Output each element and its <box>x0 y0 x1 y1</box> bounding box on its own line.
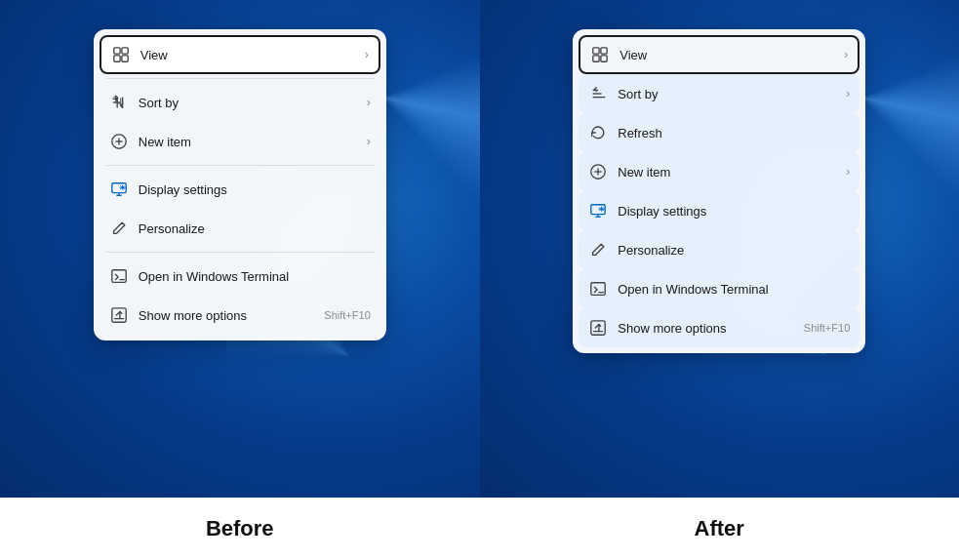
after-label: After <box>480 498 960 560</box>
panels-container: View › Sort by <box>0 0 959 498</box>
before-view-arrow: › <box>365 48 369 61</box>
before-menu-item-sortby[interactable]: Sort by › <box>100 83 380 122</box>
after-refresh-icon <box>588 123 608 142</box>
before-divider-2 <box>105 165 375 166</box>
plus-circle-icon <box>109 132 129 151</box>
after-showmore-label: Show more options <box>618 321 794 336</box>
svg-rect-15 <box>112 270 126 283</box>
after-view-arrow: › <box>844 48 848 61</box>
svg-rect-3 <box>122 56 128 61</box>
svg-rect-29 <box>591 205 605 215</box>
before-divider-1 <box>105 78 375 79</box>
after-view-label: View <box>619 48 834 62</box>
before-sortby-arrow: › <box>367 96 371 109</box>
before-showmore-shortcut: Shift+F10 <box>324 309 370 321</box>
svg-rect-11 <box>112 183 126 193</box>
svg-rect-33 <box>591 283 605 296</box>
after-menu-item-refresh[interactable]: Refresh <box>579 113 859 152</box>
after-sortby-label: Sort by <box>618 87 836 101</box>
after-menu-item-personalize[interactable]: Personalize <box>579 230 859 269</box>
before-menu-item-display[interactable]: Display settings <box>100 170 380 209</box>
before-menu-item-personalize[interactable]: Personalize <box>100 209 380 248</box>
after-newitem-arrow: › <box>846 165 850 179</box>
before-panel: View › Sort by <box>0 0 480 498</box>
share-icon <box>109 305 129 325</box>
after-sort-icon <box>588 84 608 103</box>
after-context-menu: View › Sort by › <box>573 29 865 353</box>
before-display-label: Display settings <box>139 182 371 197</box>
after-menu-item-newitem[interactable]: New item › <box>579 152 859 191</box>
svg-rect-17 <box>112 308 126 322</box>
after-menu-item-terminal[interactable]: Open in Windows Terminal <box>579 269 859 308</box>
before-showmore-label: Show more options <box>139 308 315 323</box>
after-personalize-label: Personalize <box>618 243 850 258</box>
before-view-label: View <box>140 48 355 62</box>
grid-icon <box>111 45 131 64</box>
after-menu-item-showmore[interactable]: Show more options Shift+F10 <box>579 308 859 347</box>
before-personalize-label: Personalize <box>139 221 371 236</box>
before-sortby-label: Sort by <box>139 96 357 110</box>
before-menu-item-newitem[interactable]: New item › <box>100 122 380 161</box>
before-label: Before <box>0 498 480 560</box>
before-newitem-label: New item <box>139 135 357 149</box>
before-menu-item-view[interactable]: View › <box>100 35 380 74</box>
before-menu-item-showmore[interactable]: Show more options Shift+F10 <box>100 296 380 335</box>
monitor-gear-icon <box>109 180 129 199</box>
svg-rect-19 <box>593 48 599 54</box>
before-context-menu: View › Sort by <box>94 29 386 340</box>
after-menu-item-sortby[interactable]: Sort by › <box>579 74 859 113</box>
after-showmore-shortcut: Shift+F10 <box>804 322 850 334</box>
svg-rect-21 <box>593 56 599 61</box>
svg-rect-35 <box>591 321 605 335</box>
after-sortby-arrow: › <box>846 87 850 100</box>
after-grid-icon <box>590 45 610 64</box>
after-menu-item-display[interactable]: Display settings <box>579 191 859 230</box>
after-terminal-label: Open in Windows Terminal <box>618 282 850 297</box>
before-menu-item-terminal[interactable]: Open in Windows Terminal <box>100 257 380 296</box>
svg-rect-20 <box>601 48 607 54</box>
after-terminal-icon <box>588 279 608 299</box>
svg-rect-2 <box>114 56 120 61</box>
svg-rect-22 <box>601 56 607 61</box>
before-newitem-arrow: › <box>367 135 371 148</box>
sort-icon <box>109 93 129 112</box>
after-newitem-label: New item <box>618 165 836 180</box>
after-pencil-icon <box>588 240 608 260</box>
before-divider-3 <box>105 252 375 253</box>
terminal-icon <box>109 266 129 286</box>
after-plus-circle-icon <box>588 162 608 181</box>
labels-row: Before After <box>0 498 959 560</box>
before-terminal-label: Open in Windows Terminal <box>139 269 371 284</box>
after-panel: View › Sort by › <box>480 0 960 498</box>
pencil-icon <box>109 219 129 238</box>
after-menu-item-view[interactable]: View › <box>579 35 859 74</box>
after-monitor-gear-icon <box>588 201 608 220</box>
after-refresh-label: Refresh <box>618 126 850 140</box>
after-display-label: Display settings <box>618 204 850 219</box>
svg-rect-0 <box>114 48 120 54</box>
after-share-icon <box>588 318 608 338</box>
svg-rect-1 <box>122 48 128 54</box>
